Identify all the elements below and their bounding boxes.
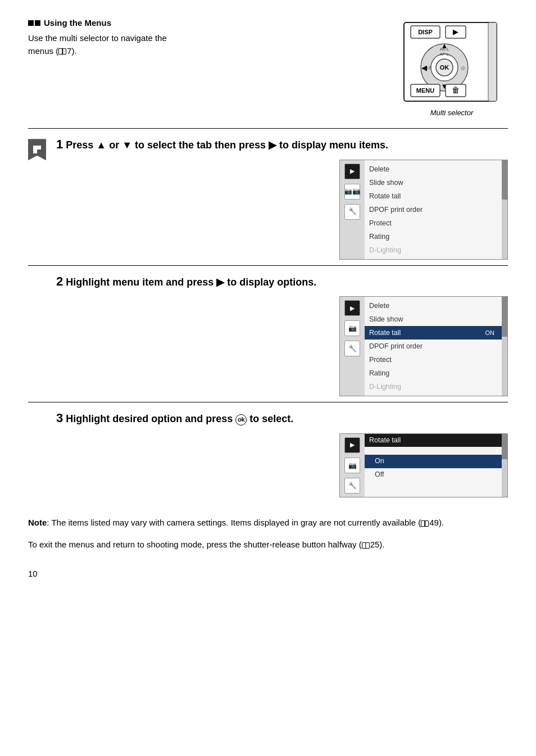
- bookmark-icon-1: [28, 139, 46, 160]
- tab-wrench-2: 🔧: [344, 341, 360, 356]
- step-3-icon-col: [28, 410, 48, 413]
- menu-tabs-2: 📷 🔧: [340, 297, 365, 396]
- note-ref-num: 49: [429, 518, 439, 527]
- svg-rect-23: [33, 150, 37, 153]
- step-2-menu-wrap: 📷 🔧 Delete Slide show Rotate tall ON DPO…: [56, 296, 508, 396]
- menu-scrollbar-thumb-3: [502, 434, 507, 459]
- svg-text:▶: ▶: [453, 28, 458, 36]
- tab-wrench-1: 🔧: [344, 204, 360, 220]
- step-1-heading: 1 Press ▲ or ▼ to select the tab then pr…: [56, 137, 508, 153]
- svg-text:☆: ☆: [460, 65, 466, 71]
- menu-tabs-3: 📷 🔧: [340, 434, 365, 497]
- note-book-icon: [421, 520, 429, 527]
- svg-rect-1: [488, 22, 497, 101]
- svg-text:AF-L: AF-L: [440, 52, 449, 57]
- svg-text:▲: ▲: [441, 42, 448, 50]
- step-2-heading: 2 Highlight menu item and press ▶ to dis…: [56, 274, 508, 290]
- menu-scrollbar-thumb-2: [502, 297, 507, 336]
- tab-play-2: [344, 300, 360, 316]
- menu-scrollbar-2: [502, 297, 507, 396]
- step-2-icon-col: [28, 274, 48, 276]
- step-2-content: 2 Highlight menu item and press ▶ to dis…: [56, 274, 508, 397]
- menu-item-dlighting-1: D-Lighting: [365, 243, 502, 257]
- exit-section: To exit the menus and return to shooting…: [28, 538, 508, 551]
- section-title-text: Using the Menus: [44, 17, 111, 29]
- sub-menu-item-on: On: [365, 455, 502, 468]
- menu-item-delete-1: Delete: [365, 162, 502, 176]
- menu-item-rating-2: Rating: [365, 366, 502, 380]
- tab-play-1: [344, 164, 360, 179]
- step-1-content: 1 Press ▲ or ▼ to select the tab then pr…: [56, 137, 508, 260]
- menu-items-1: Delete Slide show Rotate tall DPOF print…: [365, 160, 502, 259]
- note-label: Note: [28, 518, 47, 527]
- svg-text:MENU: MENU: [416, 87, 434, 94]
- step-2-menu-screenshot: 📷 🔧 Delete Slide show Rotate tall ON DPO…: [339, 296, 508, 396]
- step-3-row: 3 Highlight desired option and press ok …: [28, 402, 508, 503]
- step-3-text: Highlight desired option and press ok to…: [66, 413, 293, 424]
- step-3-heading: 3 Highlight desired option and press ok …: [56, 410, 508, 427]
- exit-ref-num: 25: [370, 540, 380, 549]
- note-paragraph: Note: The items listed may vary with cam…: [28, 517, 508, 529]
- camera-svg: DISP ▶ OK AE-L AF-L ▲ ▼ ◀ ☆ ↺: [398, 17, 505, 112]
- step-2-row: 2 Highlight menu item and press ▶ to dis…: [28, 265, 508, 402]
- book-ref-icon: [58, 48, 66, 55]
- camera-diagram: DISP ▶ OK AE-L AF-L ▲ ▼ ◀ ☆ ↺: [396, 17, 508, 118]
- decoration-squares: [28, 20, 40, 26]
- step-1-icon: [28, 137, 48, 160]
- step-2-num: 2: [56, 274, 63, 288]
- menu-item-rotate-1: Rotate tall: [365, 189, 502, 203]
- step-3-menu-screenshot: 📷 🔧 Rotate tall On Off: [339, 433, 508, 498]
- step-2-text: Highlight menu item and press ▶ to displ…: [66, 277, 316, 288]
- menu-item-rating-1: Rating: [365, 230, 502, 243]
- svg-rect-21: [33, 146, 37, 150]
- note-section: Note: The items listed may vary with cam…: [28, 517, 508, 529]
- section-header: Using the Menus Use the multi selector t…: [28, 17, 508, 118]
- menu-item-delete-2: Delete: [365, 299, 502, 313]
- ok-button-icon: ok: [235, 414, 247, 425]
- svg-text:DISP: DISP: [418, 29, 433, 35]
- step-1-menu-wrap: 📷 🔧 Delete Slide show Rotate tall DPOF p…: [56, 160, 508, 260]
- exit-book-icon: [362, 542, 370, 549]
- svg-text:OK: OK: [440, 64, 449, 71]
- menu-items-2: Delete Slide show Rotate tall ON DPOF pr…: [365, 297, 502, 396]
- step-3-content: 3 Highlight desired option and press ok …: [56, 410, 508, 497]
- tab-camera-1: 📷: [344, 184, 360, 200]
- svg-text:◀: ◀: [421, 64, 427, 72]
- menu-scrollbar-thumb-1: [502, 160, 507, 200]
- menu-item-protect-1: Protect: [365, 216, 502, 230]
- step-3-menu-wrap: 📷 🔧 Rotate tall On Off: [56, 433, 508, 498]
- tab-camera-3: 📷: [344, 458, 360, 473]
- svg-text:🗑: 🗑: [452, 85, 460, 94]
- exit-text: To exit the menus and return to shooting…: [28, 540, 362, 549]
- sub-menu-item-off: Off: [365, 468, 502, 482]
- menu-item-rotate-2: Rotate tall ON: [365, 326, 502, 339]
- svg-rect-22: [37, 146, 41, 150]
- page-number: 10: [28, 568, 508, 580]
- tab-camera-2: 📷: [344, 320, 360, 336]
- menu-item-on-badge: ON: [483, 328, 498, 339]
- body-line1: Use the multi selector to navigate the: [28, 33, 167, 43]
- step-3-num: 3: [56, 411, 63, 425]
- menu-item-protect-2: Protect: [365, 353, 502, 366]
- step-1-text: Press ▲ or ▼ to select the tab then pres…: [66, 139, 388, 151]
- section-title: Using the Menus: [28, 17, 382, 29]
- exit-paragraph: To exit the menus and return to shooting…: [28, 538, 508, 551]
- svg-text:↺: ↺: [427, 65, 431, 71]
- body-ref-num: 7: [67, 46, 71, 56]
- menu-scrollbar-1: [502, 160, 507, 259]
- exit-end: ).: [379, 540, 384, 549]
- menu-item-dpof-2: DPOF print order: [365, 339, 502, 353]
- tab-wrench-3: 🔧: [344, 478, 360, 494]
- sub-menu-options: Rotate tall On Off: [365, 434, 502, 497]
- menu-item-dpof-1: DPOF print order: [365, 203, 502, 216]
- camera-label: Multi selector: [430, 108, 474, 118]
- menu-tabs-1: 📷 🔧: [340, 160, 365, 259]
- section-body: Use the multi selector to navigate the m…: [28, 32, 382, 57]
- tab-play-3: [344, 437, 360, 453]
- step-1-menu-screenshot: 📷 🔧 Delete Slide show Rotate tall DPOF p…: [339, 160, 508, 260]
- sub-menu-header: Rotate tall: [365, 434, 502, 447]
- body-line2-text: menus (: [28, 46, 58, 56]
- menu-item-slideshow-1: Slide show: [365, 176, 502, 189]
- menu-item-dlighting-2: D-Lighting: [365, 380, 502, 393]
- menu-scrollbar-3: [502, 434, 507, 497]
